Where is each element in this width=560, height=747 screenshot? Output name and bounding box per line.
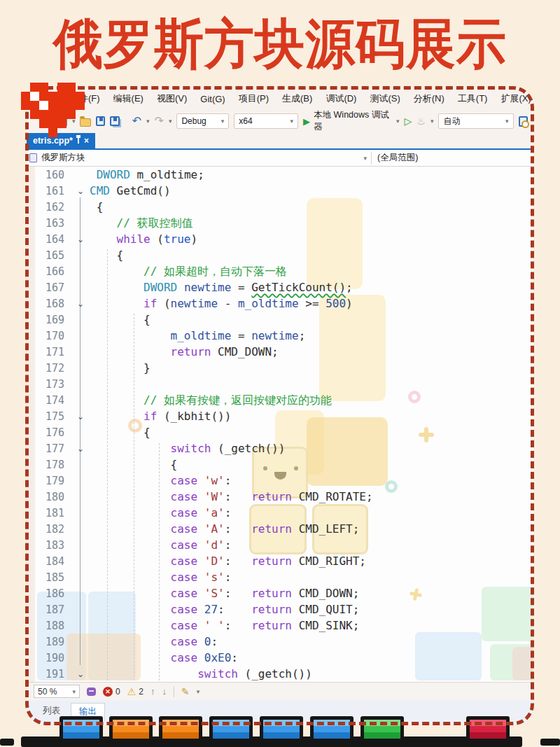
redo-icon[interactable]: ↷	[154, 116, 163, 127]
warning-count-value: 2	[139, 687, 144, 697]
menu-item[interactable]: 测试(S)	[370, 92, 400, 105]
menu-item[interactable]: 生成(B)	[282, 92, 312, 105]
code-line: 179 case 'w':	[27, 473, 533, 489]
bottom-black-bar	[540, 739, 560, 746]
line-number: 166	[27, 265, 71, 278]
chevron-down-icon[interactable]: ▾	[430, 118, 434, 125]
menu-item[interactable]: 视图(V)	[157, 92, 187, 105]
menu-item[interactable]: 项目(P)	[239, 92, 269, 105]
code-line: 185 case 's':	[27, 569, 533, 585]
code-line: 169 {	[27, 312, 533, 328]
cpp-file-icon	[29, 153, 37, 162]
project-scope-dropdown[interactable]: 俄罗斯方块 ▾	[27, 152, 371, 164]
code-line: 163 // 获取控制值	[27, 215, 533, 231]
feedback-icon[interactable]	[87, 687, 96, 696]
code-line: 176 {	[27, 424, 533, 440]
code-text: return CMD_DOWN;	[90, 344, 279, 360]
line-number: 172	[27, 362, 71, 375]
code-line: 190 case 0xE0:	[27, 650, 533, 666]
code-line: 173	[27, 376, 533, 392]
fold-chevron-icon[interactable]: ⌄	[71, 669, 90, 679]
fold-chevron-icon[interactable]: ⌄	[71, 235, 90, 244]
save-all-icon[interactable]	[110, 116, 120, 126]
bottom-black-bar	[0, 739, 14, 746]
tab-tetris-cpp[interactable]: etris.cpp* ×	[27, 133, 95, 148]
menu-item[interactable]: 编辑(E)	[113, 92, 144, 105]
start-without-debug-icon[interactable]: ▷	[405, 116, 412, 127]
menu-item[interactable]: 扩展(X)	[500, 92, 531, 105]
fold-chevron-icon[interactable]: ⌄	[71, 444, 90, 454]
chevron-down-icon[interactable]: ▾	[197, 688, 200, 695]
start-debug-button[interactable]: ▶ 本地 Windows 调试器 ▾	[303, 109, 399, 133]
menu-item[interactable]: Git(G)	[200, 94, 225, 104]
code-lines: 160 DWORD m_oldtime;161⌄CMD GetCmd()162 …	[27, 167, 533, 682]
menu-bar: 文件(F)编辑(E)视图(V)Git(G)项目(P)生成(B)调试(D)测试(S…	[27, 88, 533, 109]
pin-icon[interactable]	[78, 138, 79, 144]
previous-issue-icon[interactable]: ↑	[150, 686, 155, 697]
code-text: CMD GetCmd()	[90, 183, 171, 199]
code-line: 191⌄ switch (_getch())	[27, 666, 533, 682]
code-line: 168⌄ if (newtime - m_oldtime >= 500)	[27, 295, 533, 312]
open-folder-icon[interactable]	[80, 118, 90, 127]
ide-window: 文件(F)编辑(E)视图(V)Git(G)项目(P)生成(B)调试(D)测试(S…	[27, 88, 533, 725]
chevron-down-icon[interactable]: ▾	[169, 118, 172, 125]
code-line: 178 {	[27, 456, 533, 473]
pixel-heart-icon	[30, 83, 39, 92]
fold-chevron-icon[interactable]: ⌄	[71, 412, 90, 421]
profile-dropdown[interactable]: 自动 ▾	[438, 113, 513, 129]
line-number: 189	[27, 636, 71, 648]
save-icon[interactable]	[96, 116, 106, 126]
code-line: 165 {	[27, 247, 533, 263]
menu-item[interactable]: 工具(T)	[458, 92, 488, 105]
new-file-icon[interactable]	[58, 116, 66, 127]
next-issue-icon[interactable]: ↓	[162, 686, 167, 697]
error-count[interactable]: ✕ 0	[103, 687, 120, 697]
line-number: 177	[27, 442, 71, 455]
code-text: case 'D': return CMD_RIGHT;	[90, 553, 366, 569]
code-text: {	[90, 456, 177, 473]
code-text: switch (_getch())	[90, 666, 312, 682]
tetris-block-orange	[109, 716, 153, 742]
undo-icon[interactable]: ↶	[132, 116, 141, 127]
line-number: 184	[27, 555, 71, 568]
line-number: 185	[27, 571, 71, 584]
code-text: // 如果超时，自动下落一格	[90, 263, 287, 279]
chevron-down-icon[interactable]: ▾	[72, 118, 76, 125]
fold-chevron-icon[interactable]: ⌄	[71, 299, 90, 309]
platform-dropdown[interactable]: x64 ▾	[234, 113, 298, 129]
warning-count[interactable]: ⚠ 2	[127, 687, 144, 697]
menu-item[interactable]: 调试(D)	[326, 92, 356, 105]
line-number: 181	[27, 507, 71, 519]
line-number: 179	[27, 475, 71, 487]
close-icon[interactable]: ×	[84, 137, 89, 145]
chevron-down-icon: ▾	[505, 118, 509, 125]
line-number: 182	[27, 523, 71, 536]
member-scope-dropdown[interactable]: (全局范围)	[372, 152, 533, 164]
configuration-dropdown[interactable]: Debug ▾	[176, 113, 229, 129]
line-number: 188	[27, 620, 71, 632]
line-number: 165	[27, 249, 71, 262]
find-in-files-icon[interactable]	[519, 116, 528, 127]
chevron-down-icon[interactable]: ▾	[146, 118, 150, 125]
error-count-value: 0	[115, 687, 120, 697]
navigate-back-icon[interactable]	[43, 116, 53, 127]
hot-reload-icon[interactable]: ♨	[416, 116, 426, 127]
code-line: 161⌄CMD GetCmd()	[27, 183, 533, 199]
code-text: if (newtime - m_oldtime >= 500)	[90, 295, 353, 312]
code-line: 186 case 'S': return CMD_DOWN;	[27, 585, 533, 601]
menu-item[interactable]: 文件(F)	[70, 92, 100, 105]
line-number: 174	[27, 394, 71, 407]
code-text: switch (_getch())	[90, 440, 285, 456]
code-line: 183 case 'd':	[27, 537, 533, 553]
code-editor[interactable]: 160 DWORD m_oldtime;161⌄CMD GetCmd()162 …	[27, 167, 533, 682]
code-line: 172 }	[27, 360, 533, 376]
code-line: 187 case 27: return CMD_QUIT;	[27, 601, 533, 617]
page-title: 俄罗斯方块源码展示	[0, 8, 560, 81]
code-cleanup-icon[interactable]: ✎	[181, 686, 190, 697]
fold-chevron-icon[interactable]: ⌄	[71, 186, 90, 196]
chevron-down-icon: ▾	[290, 118, 294, 125]
line-number: 163	[27, 217, 71, 230]
line-number: 168	[27, 298, 71, 310]
menu-item[interactable]: 分析(N)	[414, 92, 444, 105]
zoom-dropdown[interactable]: 50 % ▾	[34, 685, 80, 698]
